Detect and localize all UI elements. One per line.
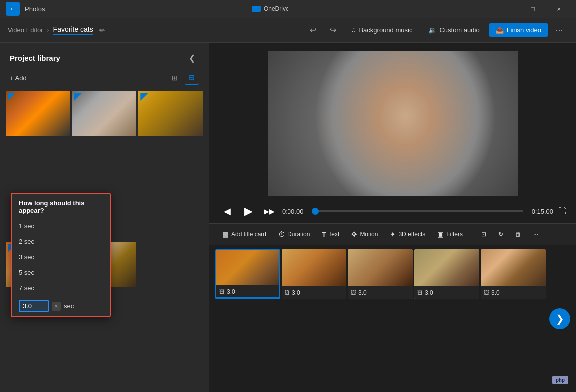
effects-label: 3D effects: [398, 231, 425, 238]
timeline-item[interactable]: 🖼 3.0: [414, 249, 479, 299]
timeline-next-button[interactable]: ❯: [549, 308, 570, 329]
edit-title-icon[interactable]: ✏: [97, 24, 107, 36]
popup-clear-button[interactable]: ×: [52, 302, 61, 311]
timeline-footer: 🖼 3.0: [348, 286, 413, 299]
add-title-label: Add title card: [231, 231, 266, 238]
duration-icon: ⏱: [278, 230, 285, 238]
photo-item[interactable]: [138, 91, 203, 136]
fullscreen-button[interactable]: ⛶: [558, 207, 566, 216]
timeline-footer: 🖼 3.0: [414, 286, 479, 299]
timeline-item-icon: 🖼: [285, 290, 290, 296]
redo-button[interactable]: ↪: [324, 21, 342, 39]
play-button[interactable]: ▶: [240, 203, 256, 219]
delete-icon: 🗑: [515, 231, 521, 238]
custom-audio-icon: 🔉: [428, 26, 436, 34]
duration-label: Duration: [288, 231, 310, 238]
breadcrumb-separator: ›: [47, 27, 49, 34]
motion-label: Motion: [360, 231, 378, 238]
timeline-item-icon: 🖼: [484, 290, 489, 296]
close-button[interactable]: ×: [547, 0, 570, 18]
more-edit-button[interactable]: ···: [528, 228, 543, 240]
collapse-button[interactable]: ❮: [185, 51, 199, 65]
timeline-item-duration: 3.0: [491, 289, 500, 296]
text-button[interactable]: T Text: [317, 228, 344, 241]
main-content: Project library ❮ + Add ⊞ ⊟: [0, 43, 576, 392]
breadcrumb-current: Favorite cats: [53, 25, 93, 35]
back-icon: ←: [9, 5, 16, 13]
project-library-title: Project library: [10, 54, 60, 62]
rewind-button[interactable]: ◀: [219, 203, 235, 219]
timeline-item[interactable]: 🖼 3.0: [215, 249, 280, 299]
text-icon: T: [322, 231, 326, 238]
timeline: 🖼 3.0 🖼 3.0 🖼 3.0: [209, 245, 576, 392]
project-library-header: Project library ❮: [0, 43, 209, 71]
more-options-button[interactable]: ···: [550, 21, 568, 39]
back-button[interactable]: ←: [6, 2, 20, 16]
popup-option-3sec[interactable]: 3 sec: [12, 249, 110, 265]
timeline-item-icon: 🖼: [417, 290, 423, 296]
bg-music-label: Background music: [359, 26, 412, 34]
popup-option-5sec[interactable]: 5 sec: [12, 265, 110, 280]
motion-icon: ✥: [351, 230, 357, 238]
breadcrumb: Video Editor › Favorite cats ✏: [8, 24, 300, 36]
timeline-thumb: [348, 249, 413, 287]
time-current: 0:00.00: [282, 208, 307, 215]
minimize-button[interactable]: −: [495, 0, 518, 18]
timeline-thumb: [481, 249, 546, 287]
selection-corner: [74, 93, 82, 101]
finish-icon: 📤: [496, 26, 504, 34]
time-end: 0:15.00: [528, 208, 553, 215]
library-toolbar: + Add ⊞ ⊟: [0, 71, 209, 91]
onedrive-label: OneDrive: [264, 5, 289, 12]
maximize-button[interactable]: □: [521, 0, 544, 18]
title-bar: ← Photos OneDrive − □ ×: [0, 0, 576, 18]
timeline-item[interactable]: 🖼 3.0: [348, 249, 413, 299]
custom-audio-button[interactable]: 🔉 Custom audio: [421, 23, 486, 37]
finish-video-button[interactable]: 📤 Finish video: [489, 23, 548, 37]
view-buttons: ⊞ ⊟: [168, 71, 199, 85]
onedrive-icon: [252, 6, 261, 12]
photo-item[interactable]: [6, 91, 70, 136]
title-bar-left: ← Photos: [6, 2, 45, 16]
popup-custom-row: × sec: [12, 296, 110, 316]
timeline-footer: 🖼 3.0: [481, 286, 546, 299]
add-button[interactable]: + Add: [10, 74, 27, 82]
php-badge: php: [552, 376, 568, 384]
timeline-item[interactable]: 🖼 3.0: [282, 249, 346, 299]
crop-button[interactable]: ⊡: [476, 228, 491, 240]
sidebar: Project library ❮ + Add ⊞ ⊟: [0, 43, 209, 392]
background-music-button[interactable]: ♫ Background music: [344, 23, 420, 37]
text-label: Text: [328, 231, 339, 238]
3d-effects-button[interactable]: ✦ 3D effects: [385, 228, 430, 241]
duration-button[interactable]: ⏱ Duration: [273, 228, 315, 241]
popup-custom-input[interactable]: [19, 300, 49, 312]
add-title-card-button[interactable]: ▦ Add title card: [217, 228, 271, 241]
popup-title: How long should this appear?: [12, 194, 110, 218]
progress-thumb[interactable]: [312, 208, 319, 215]
timeline-item[interactable]: 🖼 3.0: [481, 249, 546, 299]
popup-option-7sec[interactable]: 7 sec: [12, 280, 110, 296]
next-icon: ❯: [556, 313, 564, 325]
grid-view-button[interactable]: ⊞: [168, 71, 182, 85]
timeline-item-duration: 3.0: [358, 289, 367, 296]
photo-item[interactable]: [72, 91, 137, 136]
fast-forward-button[interactable]: ▶▶: [261, 203, 277, 219]
timeline-thumb: [414, 249, 479, 287]
timeline-thumb: [282, 249, 346, 287]
video-frame: [268, 51, 518, 196]
custom-audio-label: Custom audio: [439, 26, 479, 34]
breadcrumb-parent[interactable]: Video Editor: [8, 26, 43, 34]
rotate-button[interactable]: ↻: [493, 228, 508, 240]
list-view-button[interactable]: ⊟: [185, 71, 199, 85]
popup-option-2sec[interactable]: 2 sec: [12, 234, 110, 249]
onedrive-area: OneDrive: [252, 5, 289, 12]
undo-button[interactable]: ↩: [304, 21, 322, 39]
motion-button[interactable]: ✥ Motion: [346, 228, 383, 241]
delete-button[interactable]: 🗑: [510, 228, 526, 240]
filters-button[interactable]: ▣ Filters: [432, 228, 468, 241]
timeline-footer: 🖼 3.0: [282, 286, 346, 299]
progress-bar[interactable]: [312, 210, 523, 212]
popup-option-1sec[interactable]: 1 sec: [12, 218, 110, 234]
video-container: [268, 51, 518, 196]
popup-unit-label: sec: [64, 302, 74, 310]
